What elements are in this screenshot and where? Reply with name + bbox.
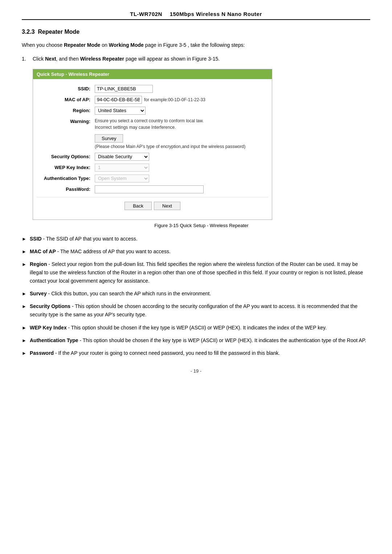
security-value: Disable Security <box>95 153 268 161</box>
section-heading: 3.2.3 Repeater Mode <box>22 29 370 35</box>
step-text: Click Next, and then Wireless Repeater p… <box>33 55 370 63</box>
mac-row: MAC of AP: for example:00-1D-0F-11-22-33 <box>37 96 268 104</box>
region-label: Region: <box>37 107 95 113</box>
bullet-content: Survey - Click this button, you can sear… <box>30 290 370 298</box>
bottom-buttons: Back Next <box>37 197 268 214</box>
password-input[interactable] <box>95 185 204 193</box>
list-item: ► Region - Select your region from the p… <box>22 260 370 285</box>
wepkey-row: WEP Key Index: 1 <box>37 164 268 172</box>
survey-button[interactable]: Survey <box>95 134 123 143</box>
survey-hint: (Please choose Main AP's type of encrypt… <box>95 144 245 149</box>
page-footer: - 19 - <box>22 368 370 374</box>
mac-value: for example:00-1D-0F-11-22-33 <box>95 96 268 104</box>
step-1: 1. Click Next, and then Wireless Repeate… <box>22 55 370 63</box>
bullet-arrow-icon: ► <box>22 336 30 344</box>
bullet-content: Security Options - This option should be… <box>30 302 370 319</box>
next-button[interactable]: Next <box>154 202 180 210</box>
bullet-arrow-icon: ► <box>22 247 30 255</box>
ssid-value <box>95 85 268 93</box>
list-item: ► MAC of AP - The MAC address of AP that… <box>22 247 370 256</box>
section-title: Repeater Mode <box>38 29 79 35</box>
list-item: ► Survey - Click this button, you can se… <box>22 290 370 298</box>
region-value: United States <box>95 107 268 115</box>
auth-select[interactable]: Open System <box>95 175 149 182</box>
list-item: ► SSID - The SSID of AP that you want to… <box>22 235 370 243</box>
bullet-arrow-icon: ► <box>22 235 30 243</box>
list-item: ► Security Options - This option should … <box>22 302 370 319</box>
wireless-repeater-widget: Quick Setup - Wireless Repeater SSID: MA… <box>33 69 272 220</box>
list-item: ► WEP Key Index - This option should be … <box>22 324 370 332</box>
warning-text: Ensure you select a correct country to c… <box>95 118 204 131</box>
bullet-content: MAC of AP - The MAC address of AP that y… <box>30 247 370 256</box>
warning-row: Warning: Ensure you select a correct cou… <box>37 118 268 131</box>
auth-label: Authentication Type: <box>37 175 95 181</box>
bullet-arrow-icon: ► <box>22 302 30 310</box>
wepkey-value: 1 <box>95 164 268 172</box>
bullet-content: Region - Select your region from the pul… <box>30 260 370 285</box>
auth-value: Open System <box>95 175 268 182</box>
region-row: Region: United States <box>37 107 268 115</box>
bullet-arrow-icon: ► <box>22 349 30 357</box>
product-description: 150Mbps Wireless N Nano Router <box>170 11 262 17</box>
ssid-row: SSID: <box>37 85 268 93</box>
back-button[interactable]: Back <box>124 202 152 210</box>
bullet-arrow-icon: ► <box>22 260 30 268</box>
bullet-arrow-icon: ► <box>22 290 30 297</box>
password-row: PassWord: <box>37 185 268 193</box>
section-number: 3.2.3 <box>22 29 35 35</box>
page-header: TL-WR702N 150Mbps Wireless N Nano Router <box>22 11 370 20</box>
wepkey-label: WEP Key Index: <box>37 164 95 170</box>
survey-area: Survey (Please choose Main AP's type of … <box>95 134 268 149</box>
warning-value: Ensure you select a correct country to c… <box>95 118 268 131</box>
widget-body: SSID: MAC of AP: for example:00-1D-0F-11… <box>33 79 272 219</box>
bullet-arrow-icon: ► <box>22 324 30 332</box>
bullet-content: Password - If the AP your router is goin… <box>30 349 370 357</box>
step-number: 1. <box>22 55 33 63</box>
wepkey-select[interactable]: 1 <box>95 164 149 172</box>
auth-row: Authentication Type: Open System <box>37 175 268 182</box>
bullet-content: WEP Key Index - This option should be ch… <box>30 324 370 332</box>
security-row: Security Options: Disable Security <box>37 153 268 161</box>
bullet-content: SSID - The SSID of AP that you want to a… <box>30 235 370 243</box>
bullet-list: ► SSID - The SSID of AP that you want to… <box>22 235 370 357</box>
password-value <box>95 185 268 193</box>
ssid-input[interactable] <box>95 85 153 93</box>
widget-title: Quick Setup - Wireless Repeater <box>33 69 272 79</box>
password-label: PassWord: <box>37 185 95 192</box>
security-select[interactable]: Disable Security <box>95 153 149 161</box>
header-product: TL-WR702N 150Mbps Wireless N Nano Router <box>130 11 262 17</box>
warning-label: Warning: <box>37 118 95 124</box>
mac-label: MAC of AP: <box>37 96 95 102</box>
mac-example: for example:00-1D-0F-11-22-33 <box>144 97 205 102</box>
list-item: ► Authentication Type - This option shou… <box>22 336 370 345</box>
intro-paragraph: When you choose Repeater Mode on Working… <box>22 41 370 49</box>
list-item: ► Password - If the AP your router is go… <box>22 349 370 357</box>
security-label: Security Options: <box>37 153 95 159</box>
figure-caption: Figure 3-15 Quick Setup - Wireless Repea… <box>33 223 370 228</box>
region-select[interactable]: United States <box>95 107 146 115</box>
bullet-content: Authentication Type - This option should… <box>30 336 370 345</box>
ssid-label: SSID: <box>37 85 95 91</box>
model-name: TL-WR702N <box>130 11 162 17</box>
mac-input[interactable] <box>95 96 142 104</box>
